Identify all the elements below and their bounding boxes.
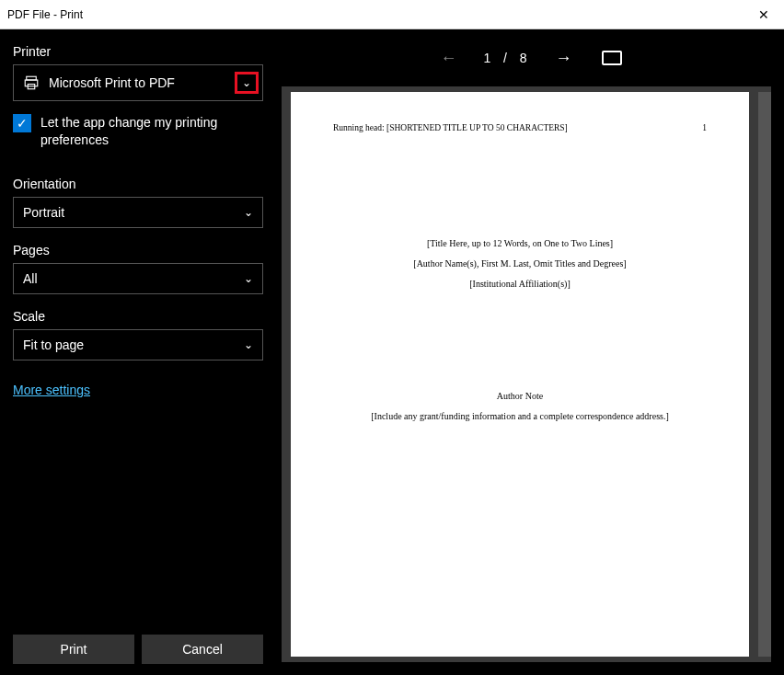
fit-screen-icon: [602, 51, 622, 65]
dialog-buttons: Print Cancel: [13, 635, 263, 664]
prev-page-button[interactable]: ←: [435, 45, 461, 71]
orientation-value: Portrait: [23, 205, 64, 220]
preferences-checkbox-row[interactable]: ✓ Let the app change my printing prefere…: [13, 114, 263, 149]
preview-panel: ← 1 / 8 → Running head: [SHORTENED TITLE…: [276, 29, 784, 675]
chevron-down-icon: ⌄: [244, 339, 253, 350]
titlebar: PDF File - Print ✕: [0, 0, 784, 29]
page-counter: 1 / 8: [483, 51, 528, 65]
author-note-heading: Author Note: [333, 386, 707, 406]
svg-rect-1: [25, 80, 38, 86]
checkbox-checked-icon[interactable]: ✓: [13, 114, 31, 132]
running-head-text: Running head: [SHORTENED TITLE UP TO 50 …: [333, 123, 568, 132]
more-settings-link[interactable]: More settings: [13, 383, 263, 397]
author-note-body: [Include any grant/funding information a…: [333, 406, 707, 427]
preview-toolbar: ← 1 / 8 →: [276, 29, 784, 86]
page-number: 1: [702, 123, 707, 132]
title-block: [Title Here, up to 12 Words, on One to T…: [333, 234, 707, 294]
page-total: 8: [520, 51, 529, 65]
chevron-down-icon: ⌄: [244, 207, 253, 218]
pages-label: Pages: [13, 243, 263, 257]
chevron-down-icon: ⌄: [244, 273, 253, 284]
arrow-left-icon: ←: [440, 49, 456, 68]
print-button[interactable]: Print: [13, 635, 134, 664]
arrow-right-icon: →: [556, 49, 572, 68]
doc-title: [Title Here, up to 12 Words, on One to T…: [333, 234, 707, 254]
settings-panel: Printer Microsoft Print to PDF ⌄ ✓ Let t…: [0, 29, 276, 675]
next-page-button[interactable]: →: [551, 45, 577, 71]
scale-label: Scale: [13, 309, 263, 324]
author-note-block: Author Note [Include any grant/funding i…: [333, 386, 707, 427]
orientation-label: Orientation: [13, 177, 263, 191]
close-icon[interactable]: ✕: [753, 7, 775, 22]
scale-dropdown[interactable]: Fit to page ⌄: [13, 329, 263, 360]
cancel-button[interactable]: Cancel: [142, 635, 263, 664]
pages-value: All: [23, 271, 38, 286]
page-sep: /: [503, 51, 509, 65]
printer-chevron-highlight[interactable]: ⌄: [235, 72, 259, 94]
doc-authors: [Author Name(s), First M. Last, Omit Tit…: [333, 254, 707, 274]
chevron-down-icon: ⌄: [242, 77, 251, 88]
pages-dropdown[interactable]: All ⌄: [13, 263, 263, 294]
page-wrapper: Running head: [SHORTENED TITLE UP TO 50 …: [282, 86, 771, 662]
doc-affiliation: [Institutional Affiliation(s)]: [333, 274, 707, 294]
orientation-dropdown[interactable]: Portrait ⌄: [13, 197, 263, 228]
window-title: PDF File - Print: [7, 8, 83, 21]
printer-icon: [23, 74, 40, 91]
preview-scrollbar[interactable]: [758, 92, 771, 657]
printer-dropdown[interactable]: Microsoft Print to PDF ⌄: [13, 64, 263, 101]
printer-label: Printer: [13, 44, 263, 59]
page-current: 1: [483, 51, 492, 65]
content: Printer Microsoft Print to PDF ⌄ ✓ Let t…: [0, 29, 784, 675]
document-page: Running head: [SHORTENED TITLE UP TO 50 …: [291, 92, 749, 657]
preview-area: Running head: [SHORTENED TITLE UP TO 50 …: [276, 86, 784, 675]
printer-selected: Microsoft Print to PDF: [49, 75, 175, 90]
fit-page-button[interactable]: [599, 45, 625, 71]
scale-value: Fit to page: [23, 338, 84, 352]
preferences-checkbox-label: Let the app change my printing preferenc…: [40, 114, 263, 149]
running-head: Running head: [SHORTENED TITLE UP TO 50 …: [333, 123, 707, 132]
